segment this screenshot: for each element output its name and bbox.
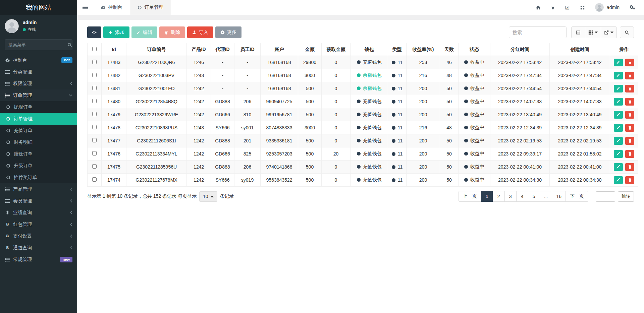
sidebar-subitem-withdraw-orders[interactable]: 提现订单 — [0, 101, 77, 113]
refresh-button[interactable] — [87, 26, 101, 38]
page-4[interactable]: 4 — [516, 191, 528, 202]
import-button[interactable]: 导入 — [187, 26, 213, 38]
sidebar-item-dashboard[interactable]: 控制台 hot — [0, 54, 77, 66]
export-button[interactable] — [601, 26, 617, 38]
row-edit-button[interactable] — [614, 124, 623, 132]
page-3[interactable]: 3 — [504, 191, 517, 202]
sidebar-item-general[interactable]: 常规管理 new — [0, 254, 77, 265]
row-checkbox[interactable] — [92, 99, 97, 103]
edit-button[interactable]: 编辑 — [131, 26, 157, 38]
sidebar-subitem-order-management[interactable]: 订单管理 — [0, 113, 77, 125]
page-size-select[interactable]: 10 — [199, 191, 217, 202]
row-checkbox[interactable] — [92, 177, 97, 182]
column-header[interactable]: 金额 — [298, 43, 322, 56]
cell-wallet: 充值钱包 — [351, 108, 388, 121]
language-icon[interactable]: A — [565, 5, 570, 10]
sidebar-subitem-upgrade-orders[interactable]: 升级订单 — [0, 160, 77, 172]
column-header[interactable]: 订单编号 — [126, 43, 187, 56]
sidebar-search-input[interactable] — [8, 42, 67, 47]
column-header[interactable]: 产品ID — [187, 43, 211, 56]
more-button[interactable]: 更多 — [215, 26, 241, 38]
row-edit-button[interactable] — [614, 59, 623, 66]
sidebar-item-orders[interactable]: 订单管理 — [0, 89, 77, 101]
row-edit-button[interactable] — [614, 85, 623, 92]
toggle-view-button[interactable] — [571, 26, 585, 38]
column-header[interactable]: Id — [102, 43, 126, 56]
row-delete-button[interactable] — [625, 124, 634, 132]
page-2[interactable]: 2 — [493, 191, 505, 202]
row-delete-button[interactable] — [625, 150, 634, 158]
sidebar-item-redpacket[interactable]: Ƀ 红包管理 — [0, 218, 77, 230]
sidebar-item-performance[interactable]: 业绩查询 — [0, 207, 77, 218]
row-checkbox[interactable] — [92, 151, 97, 155]
row-delete-button[interactable] — [625, 98, 634, 106]
row-checkbox[interactable] — [92, 73, 97, 77]
tab-order-management[interactable]: 订单管理 — [130, 0, 171, 15]
trash-icon[interactable] — [551, 5, 555, 9]
row-delete-button[interactable] — [625, 163, 634, 171]
column-header[interactable]: 状态 — [459, 43, 490, 56]
column-header[interactable]: 账户 — [261, 43, 298, 56]
page-5[interactable]: 5 — [528, 191, 540, 202]
row-delete-button[interactable] — [625, 59, 634, 66]
row-checkbox[interactable] — [92, 86, 97, 90]
column-header[interactable]: 操作 — [610, 43, 638, 56]
column-header[interactable]: 代理ID — [211, 43, 234, 56]
page-jump-input[interactable] — [596, 191, 615, 202]
row-checkbox[interactable] — [92, 164, 97, 169]
cell-days: 48 — [440, 121, 459, 134]
sidebar-item-payment[interactable]: Ƀ 支付设置 — [0, 230, 77, 242]
row-edit-button[interactable] — [614, 98, 623, 106]
row-edit-button[interactable] — [614, 163, 623, 171]
column-header[interactable]: 钱包 — [351, 43, 388, 56]
settings-gears-icon[interactable] — [630, 5, 635, 10]
row-checkbox[interactable] — [92, 138, 97, 142]
row-delete-button[interactable] — [625, 111, 634, 119]
row-checkbox[interactable] — [92, 112, 97, 116]
sidebar-subitem-finance-detail[interactable]: 财务明细 — [0, 136, 77, 148]
column-header[interactable]: 员工ID — [234, 43, 261, 56]
sidebar-subitem-referral-orders[interactable]: 推荐奖订单 — [0, 172, 77, 183]
row-checkbox[interactable] — [92, 60, 97, 64]
sidebar-subitem-gift-orders[interactable]: 赠送订单 — [0, 148, 77, 160]
row-edit-button[interactable] — [614, 72, 623, 79]
page-prev[interactable]: 上一页 — [459, 191, 481, 202]
sidebar-item-permission[interactable]: 权限管理 — [0, 78, 77, 89]
sidebar-item-members[interactable]: 会员管理 — [0, 195, 77, 207]
sidebar-subitem-recharge-orders[interactable]: 充值订单 — [0, 125, 77, 136]
cell-gain: 0 — [322, 95, 351, 108]
row-edit-button[interactable] — [614, 137, 623, 145]
user-menu[interactable]: admin — [595, 3, 620, 12]
page-jump-button[interactable]: 跳转 — [618, 191, 634, 202]
page-next[interactable]: 下一页 — [566, 191, 588, 202]
column-header[interactable]: 类型 — [388, 43, 407, 56]
row-edit-button[interactable] — [614, 176, 623, 184]
sidebar-item-channel[interactable]: Ƀ 通道查询 — [0, 242, 77, 254]
row-edit-button[interactable] — [614, 111, 623, 119]
sidebar-item-products[interactable]: 产品管理 — [0, 183, 77, 195]
delete-button[interactable]: 删除 — [159, 26, 185, 38]
column-header[interactable]: 创建时间 — [550, 43, 610, 56]
column-header[interactable]: 分红时间 — [490, 43, 550, 56]
row-delete-button[interactable] — [625, 176, 634, 184]
add-button[interactable]: 添加 — [103, 26, 129, 38]
page-16[interactable]: 16 — [552, 191, 566, 202]
table-search-input[interactable] — [509, 26, 567, 38]
column-header[interactable]: 获取金额 — [322, 43, 351, 56]
select-all-checkbox[interactable] — [92, 47, 97, 51]
home-icon[interactable] — [536, 5, 541, 10]
row-checkbox[interactable] — [92, 125, 97, 129]
tab-console[interactable]: 控制台 — [93, 0, 130, 15]
columns-button[interactable] — [585, 26, 601, 38]
row-delete-button[interactable] — [625, 85, 634, 92]
row-delete-button[interactable] — [625, 72, 634, 79]
fullscreen-icon[interactable] — [580, 5, 585, 10]
row-edit-button[interactable] — [614, 150, 623, 158]
column-header[interactable]: 收益率(%) — [407, 43, 440, 56]
column-header[interactable]: 天数 — [440, 43, 459, 56]
row-delete-button[interactable] — [625, 137, 634, 145]
page-1[interactable]: 1 — [481, 191, 493, 202]
search-submit-button[interactable] — [620, 26, 634, 38]
sidebar-toggle-button[interactable] — [77, 0, 93, 15]
sidebar-item-category[interactable]: 分类管理 — [0, 66, 77, 78]
